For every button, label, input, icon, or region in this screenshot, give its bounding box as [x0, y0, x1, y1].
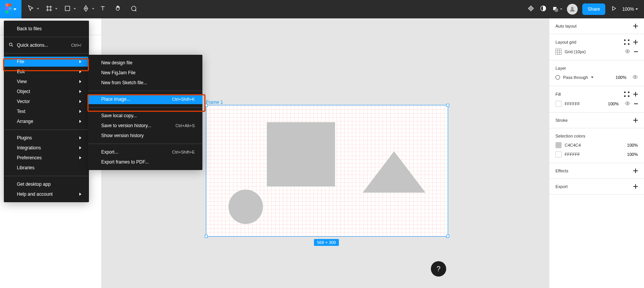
plus-icon[interactable] [633, 92, 638, 97]
main-menu: Back to files Quick actions... Ctrl+/ Fi… [4, 21, 89, 202]
color-swatch[interactable] [555, 142, 562, 148]
resize-handle[interactable] [205, 235, 208, 238]
blend-mode-row[interactable]: Pass through [555, 74, 638, 80]
color-swatch[interactable] [555, 151, 562, 157]
text-tool[interactable] [95, 0, 110, 18]
menu-item-quick-actions[interactable]: Quick actions... Ctrl+/ [4, 40, 89, 50]
menu-label: Place image... [101, 97, 130, 102]
help-button[interactable]: ? [431, 261, 446, 277]
play-icon[interactable] [610, 5, 618, 14]
dimensions-badge: 568 × 309 [314, 239, 339, 246]
contrast-icon[interactable] [539, 5, 547, 14]
frame-tool[interactable] [40, 0, 58, 18]
submenu-arrow-icon [79, 60, 81, 63]
menu-label: File [17, 59, 24, 64]
submenu-arrow-icon [79, 120, 81, 123]
fill-opacity-input[interactable] [603, 101, 619, 106]
menu-item-file[interactable]: File [4, 57, 89, 67]
menu-separator [88, 107, 202, 108]
menu-item-get-desktop[interactable]: Get desktop app [4, 179, 89, 189]
chevron-down-icon [13, 8, 16, 10]
menu-item-view[interactable]: View [4, 77, 89, 87]
eye-icon[interactable] [625, 101, 630, 107]
style-picker-icon[interactable] [624, 92, 629, 97]
menu-item-preferences[interactable]: Preferences [4, 153, 89, 163]
frame-label[interactable]: Frame 1 [206, 100, 223, 105]
grid-row[interactable]: Grid (10px) [555, 49, 638, 55]
color-opacity-input[interactable] [623, 152, 638, 157]
main-menu-button[interactable] [0, 0, 21, 18]
menu-item-arrange[interactable]: Arrange [4, 116, 89, 126]
fill-row[interactable]: FFFFFF [555, 101, 638, 107]
menu-item-save-version-history[interactable]: Save to version history...Ctrl+Alt+S [88, 121, 202, 131]
menu-item-help[interactable]: Help and account [4, 189, 89, 199]
resize-handle[interactable] [205, 104, 208, 107]
mask-icon[interactable] [552, 5, 562, 13]
menu-label: Integrations [17, 145, 41, 151]
menu-item-place-image[interactable]: Place image...Ctrl+Shift+K [88, 94, 202, 104]
plus-icon[interactable] [633, 184, 638, 189]
menu-item-show-version-history[interactable]: Show version history [88, 131, 202, 141]
plus-icon[interactable] [633, 118, 638, 123]
svg-point-10 [9, 43, 12, 46]
menu-item-new-figjam-file[interactable]: New FigJam File [88, 68, 202, 78]
menu-item-vector[interactable]: Vector [4, 97, 89, 106]
ellipse-shape[interactable] [228, 190, 263, 224]
menu-item-save-local-copy[interactable]: Save local copy... [88, 111, 202, 121]
color-swatch[interactable] [555, 101, 562, 107]
menu-item-export[interactable]: Export...Ctrl+Shift+E [88, 147, 202, 157]
menu-item-export-frames-pdf[interactable]: Export frames to PDF... [88, 157, 202, 167]
menu-item-edit[interactable]: Edit [4, 67, 89, 77]
menu-item-integrations[interactable]: Integrations [4, 143, 89, 153]
move-tool[interactable] [21, 0, 40, 18]
menu-item-text[interactable]: Text [4, 106, 89, 116]
plus-icon[interactable] [633, 169, 638, 173]
menu-item-new-from-sketch[interactable]: New from Sketch file... [88, 78, 202, 88]
eye-icon[interactable] [625, 49, 630, 55]
polygon-shape[interactable] [363, 151, 426, 193]
frame[interactable] [206, 105, 448, 237]
hand-tool[interactable] [110, 0, 126, 18]
color-opacity-input[interactable] [623, 143, 638, 147]
minus-icon[interactable] [634, 103, 638, 104]
svg-rect-5 [555, 8, 558, 11]
menu-item-plugins[interactable]: Plugins [4, 133, 89, 143]
zoom-dropdown[interactable]: 100% [622, 7, 638, 12]
style-picker-icon[interactable] [624, 39, 629, 45]
layer-opacity-input[interactable] [611, 75, 626, 80]
plus-icon[interactable] [633, 40, 638, 44]
fill-hex: FFFFFF [565, 101, 580, 106]
chevron-down-icon [37, 8, 39, 10]
menu-label: Show version history [101, 133, 144, 138]
eye-icon[interactable] [632, 74, 638, 80]
pen-tool[interactable] [77, 0, 95, 18]
resize-handle[interactable] [446, 104, 449, 107]
minus-icon[interactable] [634, 51, 638, 52]
search-icon [8, 42, 14, 49]
svg-point-2 [85, 8, 86, 9]
component-icon[interactable] [527, 5, 535, 14]
menu-item-new-design-file[interactable]: New design file [88, 58, 202, 68]
blend-icon [555, 75, 560, 80]
menu-label: Vector [17, 99, 30, 104]
plus-icon[interactable] [633, 24, 638, 28]
menu-item-libraries[interactable]: Libraries [4, 163, 89, 173]
section-title: Fill [555, 92, 561, 97]
selection-color-row[interactable]: C4C4C4 [555, 142, 638, 148]
menu-item-object[interactable]: Object [4, 87, 89, 97]
comment-tool[interactable] [126, 0, 141, 18]
menu-shortcut: Ctrl+Alt+S [168, 123, 195, 128]
shape-tool[interactable] [58, 0, 77, 18]
chevron-down-icon [74, 8, 76, 10]
avatar[interactable] [567, 4, 578, 15]
section-title: Stroke [555, 118, 568, 123]
submenu-arrow-icon [79, 146, 81, 149]
resize-handle[interactable] [446, 235, 449, 238]
fill-section: Fill FFFFFF [549, 86, 644, 113]
menu-shortcut: Ctrl+Shift+E [164, 150, 195, 154]
menu-label: Quick actions... [17, 43, 48, 48]
share-button[interactable]: Share [582, 3, 605, 15]
selection-color-row[interactable]: FFFFFF [555, 151, 638, 157]
rectangle-shape[interactable] [267, 122, 335, 187]
menu-item-back-to-files[interactable]: Back to files [4, 24, 89, 34]
